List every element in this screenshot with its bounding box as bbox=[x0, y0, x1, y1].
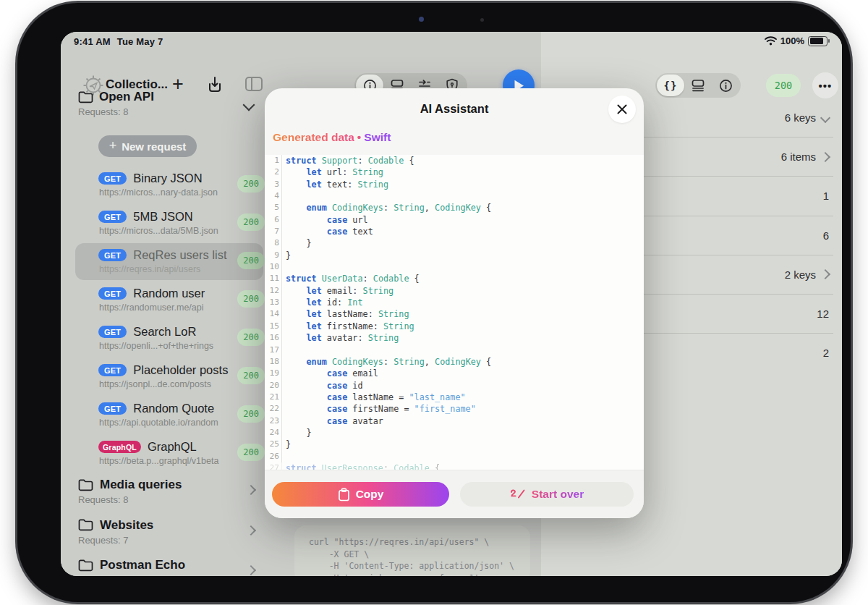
request-name: Placeholder posts bbox=[133, 363, 228, 377]
code-line: 26 bbox=[265, 451, 644, 462]
status-badge: 200 bbox=[237, 444, 265, 461]
status-badge: 200 bbox=[237, 213, 265, 231]
code-line: 8 } bbox=[265, 237, 644, 249]
new-request-label: New request bbox=[122, 140, 186, 153]
request-url: https://micros...nary-data.json bbox=[99, 187, 218, 198]
chevron-right-icon bbox=[246, 525, 256, 535]
request-url: https://beta.p...graphql/v1beta bbox=[99, 456, 218, 466]
code-line: 9} bbox=[265, 250, 644, 261]
code-line: 17 bbox=[265, 344, 644, 356]
start-over-label: Start over bbox=[532, 488, 584, 501]
code-line: 7 case text bbox=[265, 226, 644, 237]
code-line: 20 case id bbox=[265, 380, 644, 392]
code-line: 5 enum CodingKeys: String, CodingKey { bbox=[265, 202, 644, 213]
close-button[interactable] bbox=[608, 96, 636, 123]
status-badge: 200 bbox=[237, 329, 265, 346]
curl-line: -X GET \ bbox=[309, 549, 530, 561]
response-value: 6 keys bbox=[785, 111, 816, 124]
battery-percent: 100% bbox=[780, 35, 804, 46]
generated-code-editor[interactable]: 1struct Support: Codable {2 let url: Str… bbox=[265, 155, 644, 470]
tab-pretty[interactable] bbox=[684, 75, 712, 96]
wifi-icon bbox=[765, 36, 777, 46]
open-folder-header[interactable]: Open API Requests: 8 bbox=[78, 90, 266, 117]
curl-line: -H 'Content-Type: application/json' \ bbox=[309, 560, 530, 572]
curl-snippet-card: curl "https://reqres.in/api/users" \ -X … bbox=[294, 525, 530, 576]
chevron-right-icon bbox=[820, 269, 830, 279]
scribble-pen-icon bbox=[510, 488, 526, 500]
status-badge: 200 bbox=[237, 290, 265, 308]
request-name: Search LoR bbox=[133, 325, 196, 339]
camera-sensor bbox=[480, 18, 484, 22]
code-line: 3 let text: String bbox=[265, 179, 644, 190]
folder-name: Websites bbox=[100, 518, 153, 533]
method-badge: GET bbox=[98, 326, 127, 338]
method-badge: GET bbox=[98, 211, 127, 223]
folder-icon bbox=[78, 559, 93, 572]
folder-name: Postman Echo bbox=[100, 558, 185, 572]
code-line: 23 case avatar bbox=[265, 415, 644, 427]
code-line: 10 bbox=[265, 261, 644, 273]
request-url: https://reqres.in/api/users bbox=[99, 264, 227, 274]
folder-icon bbox=[78, 479, 93, 491]
folder-icon bbox=[78, 91, 93, 103]
request-name: Binary JSON bbox=[133, 172, 202, 185]
chevron-right-icon bbox=[246, 485, 256, 495]
method-badge: GET bbox=[98, 287, 127, 300]
tab-response-info[interactable] bbox=[712, 75, 739, 96]
status-badge: 200 bbox=[237, 367, 265, 384]
status-bar: 9:41 AMTue May 7 100% bbox=[61, 32, 842, 51]
folder-name: Media queries bbox=[100, 478, 182, 492]
code-line: 15 let firstName: String bbox=[265, 321, 644, 332]
code-line: 24 } bbox=[265, 427, 644, 439]
ipad-mockup: 9:41 AMTue May 7 100% Collectio... + bbox=[0, 0, 868, 605]
clipboard-icon bbox=[338, 488, 350, 502]
chevron-down-icon bbox=[820, 113, 830, 123]
copy-button[interactable]: Copy bbox=[272, 482, 449, 507]
response-value: 2 bbox=[823, 347, 829, 359]
status-badge: 200 bbox=[237, 405, 265, 423]
request-url: https://jsonpl...de.com/posts bbox=[99, 379, 228, 389]
start-over-button[interactable]: Start over bbox=[460, 482, 634, 507]
response-view-segmented-control: {} bbox=[655, 73, 741, 98]
code-line: 6 case url bbox=[265, 214, 644, 226]
request-url: https://micros...data/5MB.json bbox=[99, 226, 218, 236]
code-line: 25} bbox=[265, 439, 644, 450]
code-line: 12 let email: String bbox=[265, 285, 644, 297]
tab-raw-json[interactable]: {} bbox=[657, 75, 684, 96]
request-url: https://api.quotable.io/random bbox=[99, 418, 218, 428]
toolbar: Collectio... + bbox=[61, 51, 842, 84]
status-badge: 200 bbox=[237, 175, 265, 192]
method-badge: GET bbox=[98, 172, 127, 185]
status-time: 9:41 AM bbox=[74, 36, 111, 47]
code-line: 22 case firstName = "first_name" bbox=[265, 403, 644, 415]
response-value: 6 items bbox=[781, 151, 816, 163]
code-line: 2 let url: String bbox=[265, 166, 644, 178]
response-value: 1 bbox=[823, 190, 829, 202]
folder-count: Requests: 7 bbox=[78, 535, 153, 546]
response-status-badge[interactable]: 200 bbox=[766, 74, 801, 97]
chevron-right-icon bbox=[246, 565, 256, 575]
code-line: 4 bbox=[265, 190, 644, 202]
chevron-right-icon bbox=[820, 152, 830, 162]
code-line: 19 case email bbox=[265, 368, 644, 379]
curl-line: curl "https://reqres.in/api/users" \ bbox=[309, 536, 530, 549]
close-icon bbox=[616, 103, 628, 115]
request-name: 5MB JSON bbox=[133, 210, 193, 224]
code-line: 11struct UserData: Codable { bbox=[265, 273, 644, 284]
code-line: 21 case lastName = "last_name" bbox=[265, 392, 644, 403]
request-url: https://randomuser.me/api bbox=[99, 302, 205, 313]
front-camera bbox=[419, 17, 424, 22]
status-date: Tue May 7 bbox=[117, 36, 163, 47]
method-badge: GET bbox=[98, 364, 127, 376]
sidebar-folder[interactable]: Postman Echo bbox=[61, 551, 312, 576]
modal-footer: Copy Start over bbox=[265, 470, 644, 518]
request-name: ReqRes users list bbox=[133, 248, 226, 262]
more-menu-button[interactable]: ••• bbox=[812, 72, 838, 98]
request-name: Random user bbox=[133, 287, 205, 300]
curl-line: -H 'x-api-key: reqres-free-v1' bbox=[309, 572, 530, 577]
code-line: 14 let lastName: String bbox=[265, 308, 644, 320]
method-badge: GET bbox=[98, 402, 127, 415]
new-request-button[interactable]: + New request bbox=[98, 135, 197, 157]
request-url: https://openli...+of+the+rings bbox=[99, 341, 213, 351]
app-screen: 9:41 AMTue May 7 100% Collectio... + bbox=[61, 32, 842, 576]
